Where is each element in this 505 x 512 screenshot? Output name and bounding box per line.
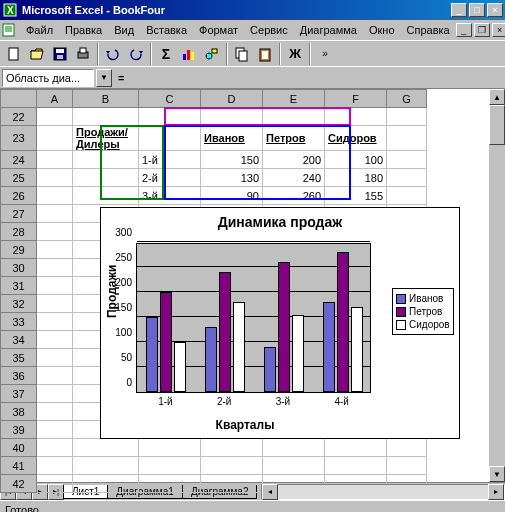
cell-E26[interactable]: 260 xyxy=(263,187,325,205)
cell-B41[interactable] xyxy=(73,457,139,475)
name-box-dropdown[interactable]: ▼ xyxy=(96,69,112,87)
cell-A40[interactable] xyxy=(37,439,73,457)
doc-restore-button[interactable]: ❐ xyxy=(474,23,490,37)
paste-button[interactable] xyxy=(254,43,276,65)
cell-F24[interactable]: 100 xyxy=(325,151,387,169)
cell-B23[interactable]: Продажи/Дилеры xyxy=(73,126,139,151)
cell-A27[interactable] xyxy=(37,205,73,223)
cell-C42[interactable] xyxy=(139,475,201,493)
cell-C26[interactable]: 3-й xyxy=(139,187,201,205)
cell-F40[interactable] xyxy=(325,439,387,457)
menu-view[interactable]: Вид xyxy=(108,22,140,38)
cell-G23[interactable] xyxy=(387,126,427,151)
row-header-39[interactable]: 39 xyxy=(1,421,37,439)
cell-A34[interactable] xyxy=(37,331,73,349)
embedded-chart[interactable]: Динамика продаж Продажи 0501001502002503… xyxy=(100,207,460,439)
cell-E41[interactable] xyxy=(263,457,325,475)
cell-D42[interactable] xyxy=(201,475,263,493)
row-header-36[interactable]: 36 xyxy=(1,367,37,385)
cell-C41[interactable] xyxy=(139,457,201,475)
col-header-E[interactable]: E xyxy=(263,90,325,108)
autosum-button[interactable]: Σ xyxy=(155,43,177,65)
col-header-A[interactable]: A xyxy=(37,90,73,108)
row-header-29[interactable]: 29 xyxy=(1,241,37,259)
bold-button[interactable]: Ж xyxy=(284,43,306,65)
row-header-31[interactable]: 31 xyxy=(1,277,37,295)
row-header-42[interactable]: 42 xyxy=(1,475,37,493)
col-header-C[interactable]: C xyxy=(139,90,201,108)
cell-C24[interactable]: 1-й xyxy=(139,151,201,169)
cell-G25[interactable] xyxy=(387,169,427,187)
cell-A23[interactable] xyxy=(37,126,73,151)
scroll-left-button[interactable]: ◂ xyxy=(262,484,278,500)
cell-E23[interactable]: Петров xyxy=(263,126,325,151)
cell-B42[interactable] xyxy=(73,475,139,493)
cell-C23[interactable] xyxy=(139,126,201,151)
cell-B24[interactable] xyxy=(73,151,139,169)
cell-C25[interactable]: 2-й xyxy=(139,169,201,187)
row-header-33[interactable]: 33 xyxy=(1,313,37,331)
minimize-button[interactable]: _ xyxy=(451,3,467,17)
cell-G26[interactable] xyxy=(387,187,427,205)
print-button[interactable] xyxy=(72,43,94,65)
close-button[interactable]: × xyxy=(487,3,503,17)
col-header-B[interactable]: B xyxy=(73,90,139,108)
row-header-30[interactable]: 30 xyxy=(1,259,37,277)
cell-G41[interactable] xyxy=(387,457,427,475)
cell-E24[interactable]: 200 xyxy=(263,151,325,169)
cell-D22[interactable] xyxy=(201,108,263,126)
col-header-D[interactable]: D xyxy=(201,90,263,108)
cell-G40[interactable] xyxy=(387,439,427,457)
save-button[interactable] xyxy=(49,43,71,65)
scroll-down-button[interactable]: ▼ xyxy=(489,466,505,482)
menu-chart[interactable]: Диаграмма xyxy=(294,22,363,38)
copy-button[interactable] xyxy=(231,43,253,65)
menu-help[interactable]: Справка xyxy=(401,22,456,38)
scroll-up-button[interactable]: ▲ xyxy=(489,89,505,105)
cell-A37[interactable] xyxy=(37,385,73,403)
cell-A41[interactable] xyxy=(37,457,73,475)
open-button[interactable] xyxy=(26,43,48,65)
cell-A39[interactable] xyxy=(37,421,73,439)
cell-A30[interactable] xyxy=(37,259,73,277)
cell-D26[interactable]: 90 xyxy=(201,187,263,205)
cell-F25[interactable]: 180 xyxy=(325,169,387,187)
cell-B26[interactable] xyxy=(73,187,139,205)
cell-F23[interactable]: Сидоров xyxy=(325,126,387,151)
cell-B25[interactable] xyxy=(73,169,139,187)
cell-D25[interactable]: 130 xyxy=(201,169,263,187)
cell-D24[interactable]: 150 xyxy=(201,151,263,169)
cell-G22[interactable] xyxy=(387,108,427,126)
vertical-scrollbar[interactable]: ▲ ▼ xyxy=(489,89,505,482)
row-header-24[interactable]: 24 xyxy=(1,151,37,169)
cell-A31[interactable] xyxy=(37,277,73,295)
cell-A28[interactable] xyxy=(37,223,73,241)
row-header-26[interactable]: 26 xyxy=(1,187,37,205)
cell-A22[interactable] xyxy=(37,108,73,126)
cell-E25[interactable]: 240 xyxy=(263,169,325,187)
chart-wizard-button[interactable] xyxy=(178,43,200,65)
cell-A36[interactable] xyxy=(37,367,73,385)
cell-D23[interactable]: Иванов xyxy=(201,126,263,151)
row-header-27[interactable]: 27 xyxy=(1,205,37,223)
cell-A33[interactable] xyxy=(37,313,73,331)
drawing-button[interactable] xyxy=(201,43,223,65)
new-button[interactable] xyxy=(3,43,25,65)
cell-A32[interactable] xyxy=(37,295,73,313)
doc-close-button[interactable]: × xyxy=(492,23,505,37)
menu-file[interactable]: Файл xyxy=(20,22,59,38)
row-header-40[interactable]: 40 xyxy=(1,439,37,457)
row-header-35[interactable]: 35 xyxy=(1,349,37,367)
col-header-F[interactable]: F xyxy=(325,90,387,108)
cell-D41[interactable] xyxy=(201,457,263,475)
cell-A29[interactable] xyxy=(37,241,73,259)
menu-edit[interactable]: Правка xyxy=(59,22,108,38)
cell-F41[interactable] xyxy=(325,457,387,475)
scroll-right-button[interactable]: ▸ xyxy=(488,484,504,500)
redo-button[interactable] xyxy=(125,43,147,65)
row-header-23[interactable]: 23 xyxy=(1,126,37,151)
cell-B40[interactable] xyxy=(73,439,139,457)
cell-C40[interactable] xyxy=(139,439,201,457)
cell-A24[interactable] xyxy=(37,151,73,169)
menu-format[interactable]: Формат xyxy=(193,22,244,38)
